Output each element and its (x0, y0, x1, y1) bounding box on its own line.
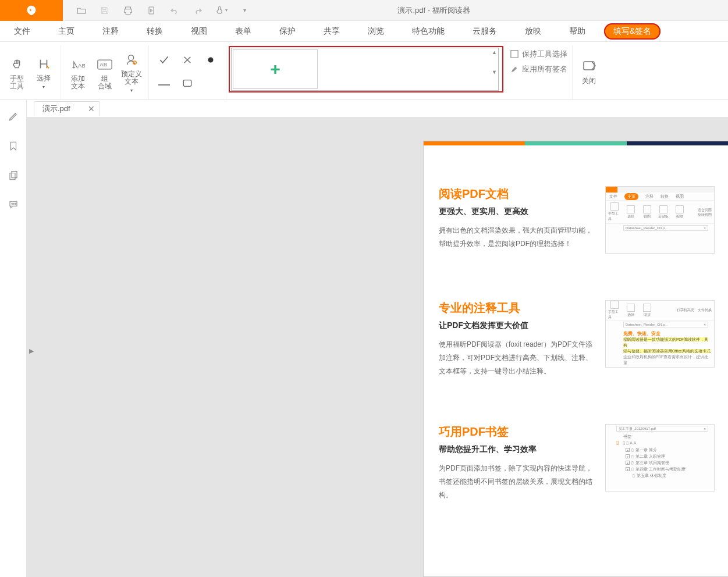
tab-protect[interactable]: 保护 (265, 21, 310, 42)
gallery-up-icon[interactable]: ▲ (492, 49, 497, 55)
select-button[interactable]: 选择▾ (30, 55, 57, 91)
edit-icon[interactable] (8, 111, 19, 124)
document-area: 演示.pdf ✕ ▶ 阅读PDF文档 更强大、更实用、更高效 拥有出色的文档渲染… (27, 100, 728, 577)
pages-icon[interactable] (8, 170, 19, 183)
select-icon (37, 55, 50, 73)
tab-help[interactable]: 帮助 (555, 21, 599, 42)
close-ribbon-button[interactable]: 关闭 (573, 45, 605, 99)
left-nav-rail (0, 100, 27, 577)
thumb-annotate: 手型工具 选择 缩放 打字机高亮 文件转换 Datasheet_Reader_C… (605, 300, 715, 368)
tab-cloud[interactable]: 云服务 (459, 21, 511, 42)
bookmark-icon[interactable] (8, 140, 19, 154)
comments-icon[interactable] (8, 200, 19, 212)
svg-text:AB: AB (100, 61, 107, 67)
expand-panel-handle[interactable]: ▶ (29, 347, 34, 355)
line-mark-button[interactable] (158, 80, 170, 88)
close-icon (582, 59, 596, 73)
ribbon-tabs: 文件 主页 注释 转换 视图 表单 保护 共享 浏览 特色功能 云服务 放映 帮… (0, 21, 728, 42)
close-tab-icon[interactable]: ✕ (88, 104, 95, 113)
tab-view[interactable]: 视图 (177, 21, 221, 42)
feature-annotate: 专业的注释工具 让PDF文档发挥更大价值 使用福昕PDF阅读器（foxit re… (439, 300, 716, 377)
svg-point-3 (129, 55, 134, 60)
document-tab[interactable]: 演示.pdf ✕ (34, 101, 100, 116)
signature-gallery: + ▲ ▼ (229, 46, 503, 92)
window-title: 演示.pdf - 福昕阅读器 (140, 5, 728, 16)
feature-read: 阅读PDF文档 更强大、更实用、更高效 拥有出色的文档渲染效果，强大的页面管理功… (439, 186, 716, 254)
hand-icon (10, 55, 23, 74)
dot-mark-button[interactable] (207, 56, 214, 65)
rect-mark-button[interactable] (183, 79, 192, 89)
ribbon: 手型 工具 选择▾ AB 添加 文本 AB 组 合域 预定义 文本▾ (0, 42, 728, 100)
titlebar: ▾ ▾ 演示.pdf - 福昕阅读器 (0, 0, 728, 21)
svg-rect-8 (511, 51, 518, 58)
app-logo (0, 0, 63, 21)
svg-text:AB: AB (78, 62, 85, 68)
combo-field-icon: AB (97, 55, 112, 74)
tab-share[interactable]: 共享 (310, 21, 354, 42)
workspace: 演示.pdf ✕ ▶ 阅读PDF文档 更强大、更实用、更高效 拥有出色的文档渲染… (0, 100, 728, 577)
tab-fill-sign[interactable]: 填写&签名 (604, 23, 660, 40)
pdf-page: 阅读PDF文档 更强大、更实用、更高效 拥有出色的文档渲染效果，强大的页面管理功… (423, 141, 728, 577)
tab-convert[interactable]: 转换 (133, 21, 177, 42)
thumb-bookmark: 员工手册_20120917.pdf× 书签 ▯ ▯ ▯ A A +▯ 第一章 简… (605, 424, 715, 491)
feature-bookmark: 巧用PDF书签 帮助您提升工作、学习效率 为PDF页面添加书签，除了实现内容的快… (439, 424, 716, 501)
add-signature-slot[interactable]: + (233, 49, 318, 89)
svg-rect-7 (183, 80, 191, 87)
tab-comment[interactable]: 注释 (88, 21, 133, 42)
signature-options: 保持工具选择 应用所有签名 (506, 45, 573, 99)
svg-rect-10 (10, 173, 15, 180)
svg-point-13 (13, 204, 15, 205)
tab-features[interactable]: 特色功能 (398, 21, 459, 42)
tab-browse[interactable]: 浏览 (354, 21, 398, 42)
keep-tool-checkbox[interactable]: 保持工具选择 (510, 49, 567, 59)
svg-rect-11 (12, 172, 17, 178)
svg-point-5 (208, 58, 214, 63)
combo-field-button[interactable]: AB 组 合域 (91, 51, 118, 94)
document-tabs: 演示.pdf ✕ (27, 100, 728, 117)
tab-file[interactable]: 文件 (0, 21, 44, 42)
add-text-button[interactable]: AB 添加 文本 (65, 51, 91, 94)
plus-icon: + (270, 59, 280, 79)
add-text-icon: AB (71, 55, 85, 74)
hand-tool-button[interactable]: 手型 工具 (3, 55, 30, 91)
save-icon[interactable] (93, 0, 116, 21)
predefined-icon (125, 51, 138, 69)
tab-slideshow[interactable]: 放映 (511, 21, 555, 42)
check-mark-button[interactable] (158, 54, 170, 67)
mark-shapes (152, 49, 222, 96)
print-icon[interactable] (116, 0, 140, 21)
thumb-read: 文件 主页 注释 转换 视图 手型工具 选择 截图 剪贴板 (605, 186, 715, 254)
gallery-down-icon[interactable]: ▼ (492, 69, 497, 75)
predefined-text-button[interactable]: 预定义 文本▾ (118, 51, 145, 94)
svg-point-12 (12, 204, 13, 205)
canvas[interactable]: ▶ 阅读PDF文档 更强大、更实用、更高效 拥有出色的文档渲染效果，强大的页面管… (27, 117, 728, 577)
svg-point-14 (15, 204, 16, 205)
tab-form[interactable]: 表单 (221, 21, 265, 42)
open-icon[interactable] (70, 0, 93, 21)
apply-all-button[interactable]: 应用所有签名 (510, 64, 567, 74)
x-mark-button[interactable] (183, 55, 192, 66)
tab-home[interactable]: 主页 (44, 21, 88, 42)
